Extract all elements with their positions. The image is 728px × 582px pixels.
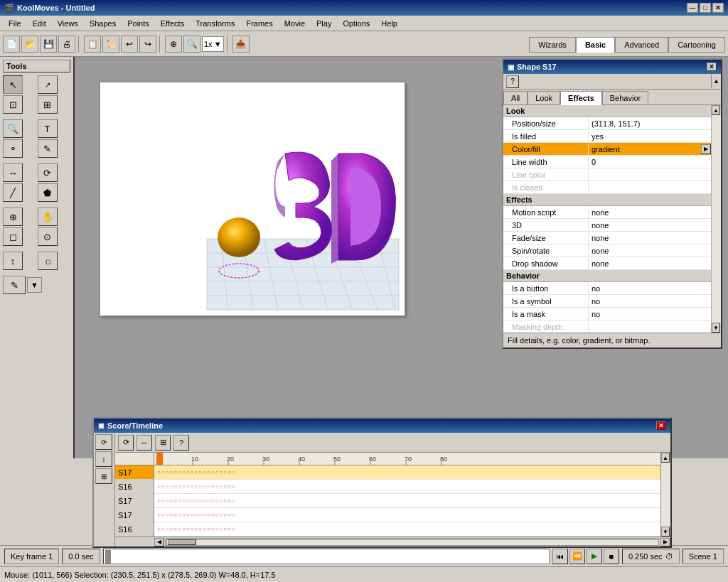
prop-3d[interactable]: 3D none <box>503 219 711 232</box>
toolbar-export[interactable]: 📤 <box>232 36 250 53</box>
tool-pencil[interactable]: ✎ <box>38 139 58 158</box>
menu-points[interactable]: Points <box>122 18 155 29</box>
tab-basic[interactable]: Basic <box>576 37 615 53</box>
tool-align[interactable]: ↕ <box>3 252 23 270</box>
tool-node[interactable]: ⊕ <box>3 208 23 226</box>
toolbar-save[interactable]: 💾 <box>40 36 57 53</box>
menu-options[interactable]: Options <box>337 18 375 29</box>
menu-play[interactable]: Play <box>311 18 337 29</box>
minimize-button[interactable]: — <box>687 3 698 13</box>
tool-scale[interactable]: ↔ <box>3 163 23 182</box>
tl-btn-1[interactable]: ⟳ <box>118 435 134 451</box>
shape-panel-help-icon[interactable]: ? <box>506 75 519 88</box>
shape-tab-behavior[interactable]: Behavior <box>602 91 648 104</box>
zoom-dropdown-icon[interactable]: ▼ <box>214 40 222 48</box>
prop-linewidth[interactable]: Line width 0 <box>503 156 711 168</box>
tab-advanced[interactable]: Advanced <box>615 37 668 53</box>
btn-play[interactable]: ▶ <box>587 549 602 564</box>
shape-panel-close[interactable]: ✕ <box>707 63 717 71</box>
timeline-close[interactable]: ✕ <box>656 421 666 430</box>
tool-circle[interactable]: ⚬ <box>3 139 23 158</box>
props-scroll-down[interactable]: ▼ <box>712 323 720 333</box>
label-s17-1[interactable]: S17 <box>115 465 154 480</box>
props-scroll-up[interactable]: ▲ <box>712 105 720 115</box>
menu-transforms[interactable]: Transforms <box>190 18 240 29</box>
prop-fade[interactable]: Fade/size none <box>503 232 711 244</box>
vscroll-up[interactable]: ▲ <box>661 453 670 463</box>
tool-extra[interactable]: ✎ <box>3 276 26 294</box>
label-s16-2[interactable]: S16 <box>115 522 154 537</box>
tool-select[interactable]: ↖ <box>3 75 23 94</box>
shape-tab-look[interactable]: Look <box>528 91 560 104</box>
btn-goto-start[interactable]: ⏮ <box>552 549 568 564</box>
tool-eyedrop[interactable]: ⊙ <box>38 227 58 246</box>
prop-symbol[interactable]: Is a symbol no <box>503 295 711 308</box>
hscroll-thumb[interactable] <box>168 539 196 545</box>
toolbar-print[interactable]: 🖨 <box>58 36 75 53</box>
tool-text[interactable]: T <box>38 119 58 138</box>
label-s17-2[interactable]: S17 <box>115 494 154 508</box>
tool-onion[interactable]: ◻ <box>3 227 23 246</box>
label-s16-1[interactable]: S16 <box>115 480 154 494</box>
tl-btn-2[interactable]: ↔ <box>136 435 152 451</box>
hscroll-right[interactable]: ▶ <box>660 538 670 546</box>
tab-cartooning[interactable]: Cartooning <box>668 37 725 53</box>
prop-color[interactable]: Color/fill gradient ▶ <box>503 143 711 156</box>
toolbar-sep1 <box>78 36 81 53</box>
tool-rect-select[interactable]: ⊡ <box>3 95 23 114</box>
tool-hand[interactable]: ✋ <box>38 208 58 226</box>
tl-tool-2[interactable]: ↕ <box>95 451 112 467</box>
shape-tab-effects[interactable]: Effects <box>560 91 602 105</box>
menu-edit[interactable]: Edit <box>27 18 52 29</box>
toolbar-zoom[interactable]: 🔍 <box>183 36 200 53</box>
menu-help[interactable]: Help <box>375 18 403 29</box>
toolbar-new[interactable]: 📄 <box>3 36 20 53</box>
prop-position[interactable]: Position/size (311.8, 151.7) <box>503 117 711 130</box>
toolbar-script[interactable]: 📜 <box>102 36 119 53</box>
prop-spin[interactable]: Spin/rotate none <box>503 244 711 257</box>
tool-select2[interactable]: ↗ <box>38 75 58 94</box>
label-s17-3[interactable]: S17 <box>115 508 154 522</box>
menu-views[interactable]: Views <box>52 18 84 29</box>
menu-effects[interactable]: Effects <box>155 18 190 29</box>
playback-thumb[interactable] <box>105 550 111 564</box>
hscroll-left[interactable]: ◀ <box>154 538 164 546</box>
tl-tool-3[interactable]: ⊞ <box>95 468 112 484</box>
prop-motion[interactable]: Motion script none <box>503 206 711 219</box>
menu-file[interactable]: File <box>3 18 27 29</box>
tool-extra-dropdown[interactable]: ▼ <box>27 277 42 293</box>
tl-btn-3[interactable]: ⊞ <box>155 435 171 451</box>
tool-morph[interactable]: ⟤ <box>38 252 58 270</box>
shape-tab-all[interactable]: All <box>503 91 528 104</box>
playback-slider[interactable] <box>103 549 550 564</box>
tl-tool-1[interactable]: ⟳ <box>95 434 112 450</box>
tool-line[interactable]: ╱ <box>3 183 23 202</box>
timeline-toolbar: ⟳ ↔ ⊞ ? <box>115 433 670 453</box>
prop-filled[interactable]: Is filled yes <box>503 130 711 143</box>
prop-mask[interactable]: Is a mask no <box>503 308 711 320</box>
menu-shapes[interactable]: Shapes <box>84 18 122 29</box>
toolbar-copy[interactable]: 📋 <box>84 36 101 53</box>
tool-shape[interactable]: ⬟ <box>38 183 58 202</box>
close-button[interactable]: ✕ <box>712 3 724 13</box>
tool-zoom-in[interactable]: 🔍 <box>3 119 23 138</box>
vscroll-down[interactable]: ▼ <box>661 527 670 537</box>
toolbar-zoom-level[interactable]: 1x ▼ <box>202 36 224 52</box>
toolbar-open[interactable]: 📂 <box>21 36 38 53</box>
menu-frames[interactable]: Frames <box>240 18 278 29</box>
maximize-button[interactable]: □ <box>700 3 711 13</box>
toolbar-redo[interactable]: ↪ <box>139 36 156 53</box>
toolbar-undo[interactable]: ↩ <box>121 36 138 53</box>
toolbar-move[interactable]: ⊕ <box>165 36 182 53</box>
tool-rotate[interactable]: ⟳ <box>38 163 58 182</box>
menu-movie[interactable]: Movie <box>279 18 311 29</box>
tool-lasso[interactable]: ⊞ <box>38 95 58 114</box>
shape-panel-scroll-top[interactable]: ▲ <box>711 74 721 88</box>
prop-shadow[interactable]: Drop shadow none <box>503 257 711 270</box>
prop-color-btn[interactable]: ▶ <box>701 144 711 154</box>
tl-btn-help[interactable]: ? <box>173 435 189 451</box>
btn-prev-frame[interactable]: ⏪ <box>569 549 585 564</box>
prop-button[interactable]: Is a button no <box>503 282 711 295</box>
btn-stop[interactable]: ■ <box>604 549 619 564</box>
tab-wizards[interactable]: Wizards <box>529 37 576 53</box>
